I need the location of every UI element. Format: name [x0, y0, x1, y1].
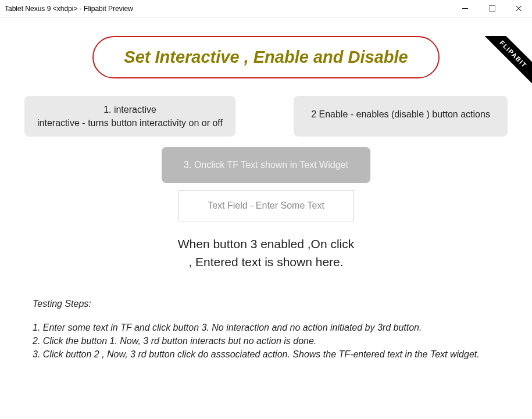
steps-title: Testing Steps: — [33, 298, 499, 310]
interactive-button[interactable]: 1. interactive interactive - turns butto… — [24, 96, 235, 137]
interactive-button-line2: interactive - turns button interactivity… — [37, 116, 223, 130]
minimize-icon[interactable] — [452, 0, 479, 17]
maximize-icon[interactable] — [479, 0, 505, 17]
onclick-button-disabled: 3. Onclick TF Text shown in Text Widget — [162, 147, 370, 183]
enable-button[interactable]: 2 Enable - enables (disable ) button act… — [294, 96, 508, 137]
onclick-button-label: 3. Onclick TF Text shown in Text Widget — [184, 160, 348, 170]
step-3: 3. Click button 2 , Now, 3 rd button cli… — [33, 348, 499, 361]
close-icon[interactable] — [505, 0, 532, 17]
window-title: Tablet Nexus 9 <xhdpi> - Flipabit Previe… — [5, 5, 133, 13]
page-title: Set Interactive , Enable and Disable — [92, 36, 439, 78]
enable-button-label: 2 Enable - enables (disable ) button act… — [311, 109, 490, 119]
testing-steps: Testing Steps: 1. Enter some text in TF … — [33, 298, 499, 361]
app-content: FLIPABIT Set Interactive , Enable and Di… — [0, 36, 532, 419]
window-titlebar: Tablet Nexus 9 <xhdpi> - Flipabit Previe… — [0, 0, 532, 17]
step-2: 2. Click the button 1. Now, 3 rd button … — [33, 335, 499, 348]
text-input[interactable] — [178, 190, 354, 221]
window-controls — [452, 0, 532, 17]
result-text: When button 3 enabled ,On click , Entere… — [176, 235, 356, 271]
interactive-button-line1: 1. interactive — [37, 103, 223, 116]
step-1: 1. Enter some text in TF and click butto… — [33, 321, 499, 334]
